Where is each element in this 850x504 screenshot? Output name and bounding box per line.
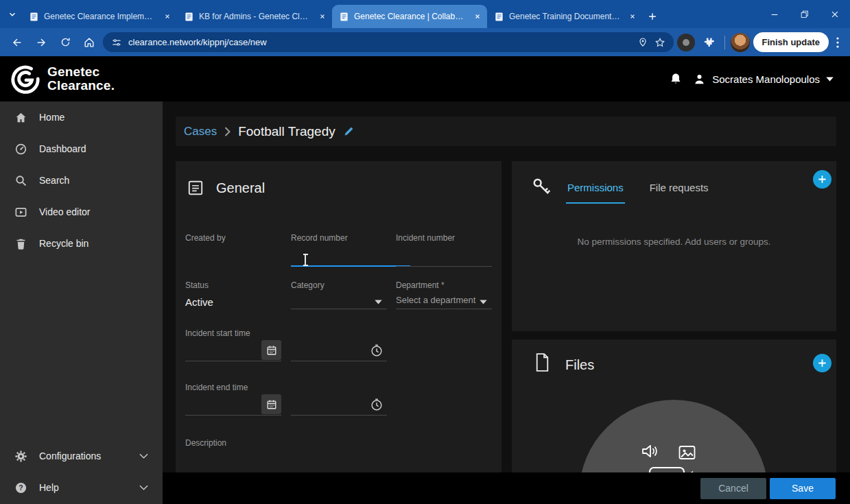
dropdown-caret-icon — [375, 300, 382, 304]
plus-icon — [648, 12, 657, 21]
video-editor-icon — [14, 206, 27, 219]
cancel-button[interactable]: Cancel — [700, 478, 766, 499]
incident-start-time-input[interactable] — [291, 339, 387, 361]
sidebar-label: Search — [39, 175, 69, 186]
maximize-icon — [800, 10, 810, 19]
close-icon[interactable] — [626, 11, 638, 23]
browser-menu-button[interactable] — [832, 37, 843, 48]
chevron-down-icon — [139, 453, 148, 459]
tune-icon[interactable] — [111, 37, 122, 48]
minimize-button[interactable] — [759, 0, 790, 28]
chevron-down-icon — [139, 485, 148, 490]
tab-title: Genetec Clearance Implementat — [44, 12, 156, 21]
maximize-button[interactable] — [790, 0, 820, 28]
record-number-input[interactable] — [291, 245, 410, 267]
sidebar-item-dashboard[interactable]: Dashboard — [0, 133, 163, 165]
permissions-card: Permissions File requests No permissions… — [512, 161, 836, 331]
genetec-logo-icon — [10, 63, 41, 95]
breadcrumb-cases-link[interactable]: Cases — [184, 125, 217, 139]
calendar-button[interactable] — [261, 394, 281, 414]
help-icon: ? — [14, 481, 27, 494]
status-label: Status — [185, 280, 209, 290]
pencil-icon[interactable] — [343, 125, 355, 137]
browser-tab-1[interactable]: Genetec Clearance Implementat — [22, 5, 177, 28]
sidebar-label: Recycle bin — [39, 238, 88, 249]
calendar-icon — [266, 345, 277, 356]
general-card: General Created by Record number Inciden… — [176, 161, 501, 504]
profile-avatar[interactable] — [731, 33, 750, 52]
page-favicon-icon — [184, 12, 194, 22]
clock-icon — [370, 344, 383, 357]
dashboard-icon — [14, 143, 27, 156]
tab-search-button[interactable] — [3, 0, 22, 28]
back-button[interactable] — [7, 32, 27, 53]
clock-button[interactable] — [368, 341, 386, 359]
close-icon[interactable] — [161, 11, 173, 23]
forward-button[interactable] — [31, 32, 51, 53]
department-select[interactable]: Select a department — [396, 287, 492, 309]
sidebar-item-video-editor[interactable]: Video editor — [0, 196, 163, 228]
extension-orb-icon[interactable] — [677, 34, 695, 51]
add-permission-button[interactable] — [813, 170, 831, 189]
screen: Genetec Clearance Implementat KB for Adm… — [0, 0, 850, 504]
minimize-icon — [770, 10, 779, 19]
action-bar: Cancel Save — [163, 472, 850, 504]
tab-permissions[interactable]: Permissions — [566, 182, 625, 204]
permissions-tabs: Permissions File requests — [566, 182, 710, 204]
finish-update-button[interactable]: Finish update — [753, 32, 829, 52]
save-button[interactable]: Save — [770, 478, 836, 499]
created-by-label: Created by — [185, 233, 226, 243]
tab-title: Genetec Clearance | Collaborati — [354, 12, 467, 21]
browser-home-button[interactable] — [79, 32, 99, 53]
extensions-button[interactable] — [698, 32, 719, 53]
browser-tab-2[interactable]: KB for Admins - Genetec Clear — [177, 5, 332, 28]
sidebar-item-home[interactable]: Home — [0, 101, 163, 133]
browser-tab-3-active[interactable]: Genetec Clearance | Collaborati — [332, 5, 487, 28]
general-title: General — [216, 180, 265, 196]
url-text[interactable]: clearance.network/kippnj/case/new — [128, 37, 631, 47]
new-tab-button[interactable] — [642, 5, 663, 28]
reload-button[interactable] — [55, 32, 75, 53]
sidebar-item-recycle-bin[interactable]: Recycle bin — [0, 228, 163, 259]
files-title: Files — [565, 357, 594, 373]
user-menu[interactable]: Socrates Manolopoulos — [693, 73, 834, 86]
browser-toolbar: clearance.network/kippnj/case/new Finish… — [0, 28, 850, 56]
calendar-icon — [266, 399, 277, 410]
image-icon — [677, 443, 697, 462]
bell-icon[interactable] — [669, 72, 683, 86]
close-icon[interactable] — [471, 11, 483, 23]
sidebar-item-search[interactable]: Search — [0, 165, 163, 196]
sidebar-item-help[interactable]: ? Help — [0, 472, 163, 503]
close-icon[interactable] — [316, 11, 328, 23]
incident-end-date-input[interactable] — [185, 394, 281, 416]
incident-number-input[interactable] — [396, 245, 492, 267]
close-window-button[interactable] — [820, 0, 850, 28]
browser-tab-4[interactable]: Genetec Training Documentatio — [487, 5, 642, 28]
kebab-menu-icon — [836, 37, 839, 48]
sidebar-label: Video editor — [39, 206, 90, 217]
clock-button[interactable] — [368, 396, 386, 413]
clock-icon — [370, 398, 383, 411]
star-icon[interactable] — [654, 37, 665, 48]
back-icon — [11, 36, 23, 49]
tab-file-requests[interactable]: File requests — [648, 182, 710, 204]
chevron-right-icon — [224, 127, 231, 136]
user-name: Socrates Manolopoulos — [712, 73, 820, 85]
category-select[interactable] — [291, 287, 387, 309]
incident-end-time-input[interactable] — [291, 394, 387, 416]
plus-icon — [817, 174, 827, 184]
add-file-button[interactable] — [813, 354, 831, 372]
location-icon[interactable] — [637, 37, 648, 48]
breadcrumb: Cases Football Tragedy — [176, 117, 836, 146]
main-content: Cases Football Tragedy General Created b… — [163, 101, 850, 504]
incident-number-label: Incident number — [396, 233, 455, 243]
incident-start-date-input[interactable] — [185, 339, 281, 361]
address-bar[interactable]: clearance.network/kippnj/case/new — [103, 32, 674, 52]
recycle-bin-icon — [14, 237, 27, 250]
sidebar-item-configurations[interactable]: Configurations — [0, 440, 163, 472]
status-value: Active — [185, 296, 213, 308]
person-icon — [693, 73, 706, 86]
close-icon — [830, 10, 840, 19]
calendar-button[interactable] — [261, 340, 281, 360]
chevron-down-icon — [826, 77, 834, 82]
